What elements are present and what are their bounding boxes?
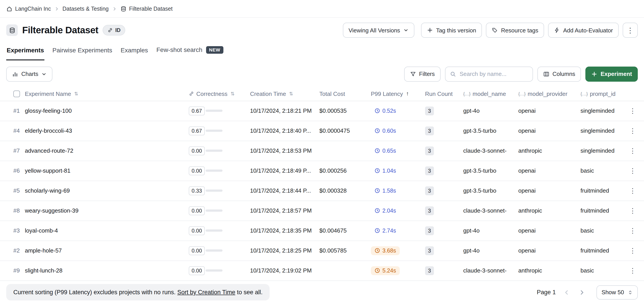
add-auto-evaluator-button[interactable]: Add Auto-Evaluator bbox=[548, 23, 619, 38]
row-menu-button[interactable]: ⋮ bbox=[628, 205, 638, 216]
breadcrumb-section[interactable]: Datasets & Testing bbox=[62, 5, 108, 12]
row-menu-button[interactable]: ⋮ bbox=[628, 245, 638, 256]
row-menu-button[interactable]: ⋮ bbox=[628, 105, 638, 116]
page-size-select[interactable]: Show 50 bbox=[597, 285, 638, 299]
total-cost-cell: $0.004675 bbox=[319, 227, 371, 234]
breadcrumb-current[interactable]: Filterable Dataset bbox=[120, 5, 172, 12]
table-row[interactable]: #7 advanced-route-72 0.00 10/17/2024, 2:… bbox=[0, 141, 644, 161]
experiment-name-link[interactable]: weary-suggestion-39 bbox=[25, 207, 189, 214]
column-header-prompt-id[interactable]: {…} prompt_id bbox=[580, 90, 628, 97]
sort-icon: ⇅ bbox=[74, 91, 78, 96]
table-header: Experiment Name ⇅ Correctness ⇅ Creation… bbox=[0, 87, 644, 101]
row-number: #7 bbox=[13, 147, 25, 154]
column-header-correctness[interactable]: Correctness ⇅ bbox=[189, 90, 250, 97]
table-row[interactable]: #6 yellow-support-81 0.00 10/17/2024, 2:… bbox=[0, 161, 644, 181]
clock-icon bbox=[374, 108, 380, 114]
link-icon bbox=[189, 91, 194, 96]
correctness-value: 0.00 bbox=[189, 146, 205, 155]
latency-cell: 1.58s bbox=[371, 186, 425, 195]
correctness-value: 0.67 bbox=[189, 126, 205, 135]
row-menu-button[interactable]: ⋮ bbox=[628, 125, 638, 136]
correctness-value: 0.00 bbox=[189, 226, 205, 235]
experiment-name-link[interactable]: advanced-route-72 bbox=[25, 147, 189, 154]
column-header-model-name[interactable]: {…} model_name bbox=[463, 90, 518, 97]
model-name-cell: claude-3-sonnet- bbox=[463, 147, 518, 154]
creation-time-cell: 10/17/2024, 2:19:02 PM bbox=[250, 267, 319, 274]
tag-icon bbox=[492, 27, 498, 33]
column-header-model-provider[interactable]: {…} model_provider bbox=[518, 90, 580, 97]
table-row[interactable]: #4 elderly-broccoli-43 0.67 10/17/2024, … bbox=[0, 121, 644, 141]
search-input[interactable] bbox=[460, 70, 528, 77]
creation-time-cell: 10/17/2024, 2:18:40 P... bbox=[250, 127, 319, 134]
search-box[interactable] bbox=[445, 66, 533, 81]
column-header-creation-time[interactable]: Creation Time ⇅ bbox=[250, 90, 319, 97]
experiment-name-link[interactable]: loyal-comb-4 bbox=[25, 227, 189, 234]
experiments-table-body: #1 glossy-feeling-100 0.67 10/17/2024, 2… bbox=[0, 101, 644, 281]
clock-icon bbox=[374, 128, 380, 134]
select-all-checkbox[interactable] bbox=[13, 90, 20, 97]
table-footer: Current sorting (P99 Latency) excludes p… bbox=[0, 284, 644, 301]
table-row[interactable]: #1 glossy-feeling-100 0.67 10/17/2024, 2… bbox=[0, 101, 644, 121]
braces-icon: {…} bbox=[463, 91, 470, 96]
tab-pairwise-experiments[interactable]: Pairwise Experiments bbox=[52, 45, 112, 60]
latency-badge: 1.58s bbox=[371, 186, 400, 195]
langsmith-dataset-page: LangChain Inc Datasets & Testing Filtera… bbox=[0, 0, 644, 304]
filters-button[interactable]: Filters bbox=[404, 66, 440, 81]
table-row[interactable]: #2 ample-hole-57 0.00 10/17/2024, 2:18:2… bbox=[0, 241, 644, 261]
latency-value: 5.24s bbox=[382, 267, 396, 274]
table-row[interactable]: #3 loyal-comb-4 0.00 10/17/2024, 2:18:35… bbox=[0, 221, 644, 241]
experiment-name-link[interactable]: slight-lunch-28 bbox=[25, 267, 189, 274]
chevron-down-icon bbox=[403, 27, 408, 33]
column-header-p99-latency[interactable]: P99 Latency ↑ bbox=[371, 90, 425, 97]
breadcrumb-org[interactable]: LangChain Inc bbox=[6, 5, 51, 12]
correctness-bar bbox=[206, 170, 222, 172]
header-menu-button[interactable]: ⋮ bbox=[623, 23, 638, 38]
total-cost-cell: $0.005785 bbox=[319, 247, 371, 254]
column-header-experiment-name[interactable]: Experiment Name ⇅ bbox=[25, 90, 189, 97]
id-chip[interactable]: ID bbox=[103, 25, 126, 35]
column-header-run-count[interactable]: Run Count bbox=[425, 90, 463, 97]
tab-few-shot-search[interactable]: Few-shot search NEW bbox=[156, 44, 224, 60]
total-cost-cell: $0.000535 bbox=[319, 107, 371, 114]
next-page-button[interactable] bbox=[576, 286, 589, 299]
resource-tags-button[interactable]: Resource tags bbox=[486, 23, 544, 38]
chevron-right-icon bbox=[578, 289, 586, 296]
latency-cell: 3.68s bbox=[371, 246, 425, 255]
filter-icon bbox=[410, 71, 416, 77]
run-count-badge: 3 bbox=[425, 166, 434, 175]
latency-cell: 0.52s bbox=[371, 106, 425, 115]
table-row[interactable]: #9 slight-lunch-28 0.00 10/17/2024, 2:19… bbox=[0, 261, 644, 281]
tab-experiments[interactable]: Experiments bbox=[6, 45, 44, 60]
row-number: #3 bbox=[13, 227, 25, 234]
experiment-name-link[interactable]: elderly-broccoli-43 bbox=[25, 127, 189, 134]
clock-icon bbox=[374, 208, 380, 214]
tab-examples[interactable]: Examples bbox=[120, 45, 148, 60]
sort-by-creation-time-link[interactable]: Sort by Creation Time bbox=[177, 289, 235, 296]
experiment-name-link[interactable]: yellow-support-81 bbox=[25, 167, 189, 174]
new-experiment-button[interactable]: Experiment bbox=[585, 66, 638, 81]
table-row[interactable]: #5 scholarly-wing-69 0.33 10/17/2024, 2:… bbox=[0, 181, 644, 201]
column-header-total-cost[interactable]: Total Cost bbox=[319, 90, 371, 97]
row-menu-button[interactable]: ⋮ bbox=[628, 225, 638, 236]
columns-button[interactable]: Columns bbox=[538, 66, 581, 81]
correctness-cell: 0.33 bbox=[189, 186, 250, 195]
row-number: #6 bbox=[13, 167, 25, 174]
tag-version-button[interactable]: Tag this version bbox=[421, 23, 482, 38]
previous-page-button[interactable] bbox=[560, 286, 574, 299]
charts-dropdown[interactable]: Charts bbox=[6, 66, 53, 81]
run-count-cell: 3 bbox=[425, 226, 463, 235]
latency-value: 0.60s bbox=[382, 128, 396, 134]
row-menu-button[interactable]: ⋮ bbox=[628, 165, 638, 176]
clock-icon bbox=[374, 268, 380, 273]
table-row[interactable]: #8 weary-suggestion-39 0.00 10/17/2024, … bbox=[0, 201, 644, 221]
row-menu-button[interactable]: ⋮ bbox=[628, 265, 638, 276]
correctness-bar bbox=[206, 130, 222, 132]
experiment-name-link[interactable]: glossy-feeling-100 bbox=[25, 107, 189, 114]
viewing-versions-dropdown[interactable]: Viewing All Versions bbox=[343, 23, 414, 38]
experiment-name-link[interactable]: ample-hole-57 bbox=[25, 247, 189, 254]
correctness-cell: 0.00 bbox=[189, 226, 250, 235]
experiment-name-link[interactable]: scholarly-wing-69 bbox=[25, 187, 189, 194]
row-menu-button[interactable]: ⋮ bbox=[628, 185, 638, 196]
row-menu-button[interactable]: ⋮ bbox=[628, 145, 638, 156]
row-number: #2 bbox=[13, 247, 25, 254]
